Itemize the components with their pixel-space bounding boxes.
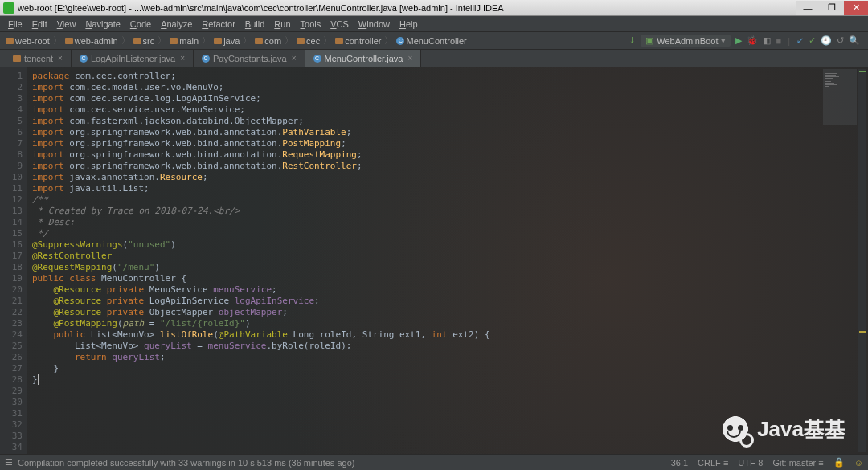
editor-tab[interactable]: CLogApiInListener.java× [72,50,194,67]
breadcrumb-item[interactable]: src [131,36,158,46]
class-icon: C [313,55,321,63]
breadcrumb-item[interactable]: web-root [3,36,52,46]
menu-refactor[interactable]: Refactor [197,19,240,29]
breadcrumb-item[interactable]: com [252,36,284,46]
folder-icon [214,38,222,44]
git-branch[interactable]: Git: master ≡ [772,458,823,468]
menu-window[interactable]: Window [354,19,395,29]
menu-build[interactable]: Build [240,19,269,29]
code-minimap[interactable]: ▬▬▬▬▬▬▬▬▬▬▬▬▬▬▬▬▬▬▬▬▬▬▬▬▬▬▬▬▬▬▬▬▬▬▬▬▬▬▬▬… [823,69,857,125]
run-config-label: WebAdminBoot [657,36,718,46]
code-content[interactable]: package com.cec.controller;import com.ce… [27,67,868,454]
editor-tab[interactable]: CMenuController.java× [305,50,422,67]
tab-label: MenuController.java [325,54,403,63]
coverage-button[interactable]: ◧ [763,35,771,46]
tab-label: tencent [24,54,53,63]
menu-navigate[interactable]: Navigate [80,19,125,29]
vcs-revert-icon[interactable]: ↺ [837,35,844,46]
class-icon: C [202,55,210,63]
editor-area[interactable]: 1234567891011121314151617181920212223242… [0,67,868,454]
close-icon[interactable]: × [58,54,63,63]
menu-analyze[interactable]: Analyze [156,19,197,29]
window-title-bar: web-root [E:\gitee\web-root] - ...\web-a… [0,0,868,16]
close-icon[interactable]: × [180,54,185,63]
class-icon: C [80,55,88,63]
status-message: Compilation completed successfully with … [18,458,354,468]
breadcrumb-separator: 〉 [157,35,167,47]
breadcrumb-item[interactable]: java [211,36,242,46]
breadcrumb-separator: 〉 [284,35,294,47]
breadcrumb-separator: 〉 [121,35,131,47]
line-separator[interactable]: CRLF ≡ [698,458,728,468]
menu-tools[interactable]: Tools [296,19,326,29]
editor-tab-bar: tencent×CLogApiInListener.java×CPayConst… [0,50,868,67]
breadcrumb-item[interactable]: web-admin [63,36,121,46]
navigation-bar: web-root〉 web-admin〉 src〉 main〉 java〉 co… [0,32,868,50]
class-icon: C [396,37,404,45]
folder-icon [133,38,141,44]
menu-code[interactable]: Code [125,19,156,29]
vcs-update-icon[interactable]: ↙ [796,35,804,46]
run-config-icon: ▣ [645,35,653,46]
editor-tab[interactable]: CPayConstants.java× [194,50,305,67]
tab-label: PayConstants.java [213,54,287,63]
folder-icon [65,38,73,44]
file-encoding[interactable]: UTF-8 [738,458,763,468]
close-icon[interactable]: × [292,54,297,63]
breadcrumb-separator: 〉 [242,35,252,47]
search-icon[interactable]: 🔍 [849,35,860,46]
folder-icon [297,38,305,44]
chevron-down-icon: ▾ [721,35,726,46]
window-title: web-root [E:\gitee\web-root] - ...\web-a… [18,3,504,13]
app-icon [3,2,14,14]
folder-icon [255,38,263,44]
build-icon[interactable]: ⤓ [628,35,636,46]
event-log-icon[interactable]: ☰ [5,457,13,468]
run-button[interactable]: ▶ [735,35,742,46]
main-menu-bar: FileEditViewNavigateCodeAnalyzeRefactorB… [0,16,868,32]
status-bar: ☰ Compilation completed successfully wit… [0,454,868,470]
tab-label: LogApiInListener.java [91,54,175,63]
breadcrumb-separator: 〉 [201,35,211,47]
window-close-button[interactable]: ✕ [844,1,868,15]
folder-icon [335,38,343,44]
menu-help[interactable]: Help [395,19,423,29]
folder-icon [170,38,178,44]
breadcrumb-item[interactable]: cec [294,36,322,46]
gutter: 1234567891011121314151617181920212223242… [0,67,27,454]
hector-icon[interactable]: ☺ [854,458,863,468]
window-maximize-button[interactable]: ❐ [820,1,844,15]
stop-button[interactable]: ■ [776,36,781,46]
breadcrumb-separator: 〉 [52,35,63,47]
menu-edit[interactable]: Edit [27,19,52,29]
editor-tab[interactable]: tencent× [5,50,72,67]
lock-icon[interactable]: 🔒 [833,457,845,468]
vcs-history-icon[interactable]: 🕘 [821,35,832,46]
menu-view[interactable]: View [52,19,81,29]
breadcrumb-item[interactable]: main [167,36,201,46]
folder-icon [13,55,21,62]
breadcrumb-separator: 〉 [383,35,394,47]
menu-vcs[interactable]: VCS [326,19,354,29]
wechat-icon [720,414,751,444]
window-minimize-button[interactable]: — [796,1,820,15]
watermark-text: Java基基 [757,415,845,443]
watermark: Java基基 [720,414,845,444]
menu-run[interactable]: Run [269,19,295,29]
menu-file[interactable]: File [3,19,27,29]
breadcrumb-separator: 〉 [322,35,333,47]
vcs-commit-icon[interactable]: ✓ [809,35,816,46]
debug-button[interactable]: 🐞 [747,35,758,46]
breadcrumb-item[interactable]: controller [333,36,383,46]
error-stripe[interactable] [858,69,866,452]
close-icon[interactable]: × [407,54,412,63]
breadcrumb-item[interactable]: C MenuController [394,36,469,46]
folder-icon [6,38,14,44]
run-config-selector[interactable]: ▣ WebAdminBoot ▾ [641,35,731,47]
caret-position[interactable]: 36:1 [671,458,688,468]
